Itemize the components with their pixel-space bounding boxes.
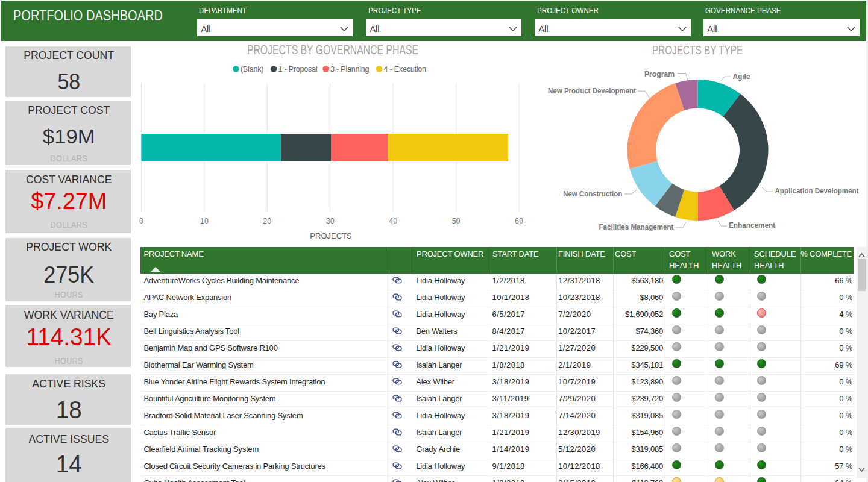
svg-text:3 - Planning: 3 - Planning (330, 65, 370, 74)
svg-text:Facilities Management: Facilities Management (599, 222, 675, 231)
svg-text:Program: Program (644, 69, 675, 78)
svg-text:50: 50 (452, 217, 461, 225)
svg-text:30: 30 (326, 217, 335, 225)
svg-text:60: 60 (515, 217, 523, 225)
svg-text:Application Development: Application Development (775, 186, 860, 195)
svg-text:10: 10 (200, 217, 209, 225)
svg-text:1 - Proposal: 1 - Proposal (278, 65, 318, 74)
svg-text:PROJECTS: PROJECTS (310, 231, 352, 240)
svg-text:20: 20 (263, 217, 271, 225)
svg-text:New Construction: New Construction (563, 189, 622, 198)
svg-text:0: 0 (139, 217, 143, 225)
svg-text:New Product Development: New Product Development (548, 86, 637, 95)
svg-text:Agile: Agile (733, 72, 750, 81)
svg-text:(Blank): (Blank) (241, 65, 263, 74)
svg-text:40: 40 (389, 217, 397, 225)
svg-text:4 - Execution: 4 - Execution (384, 65, 427, 74)
svg-text:Enhancement: Enhancement (729, 221, 776, 230)
